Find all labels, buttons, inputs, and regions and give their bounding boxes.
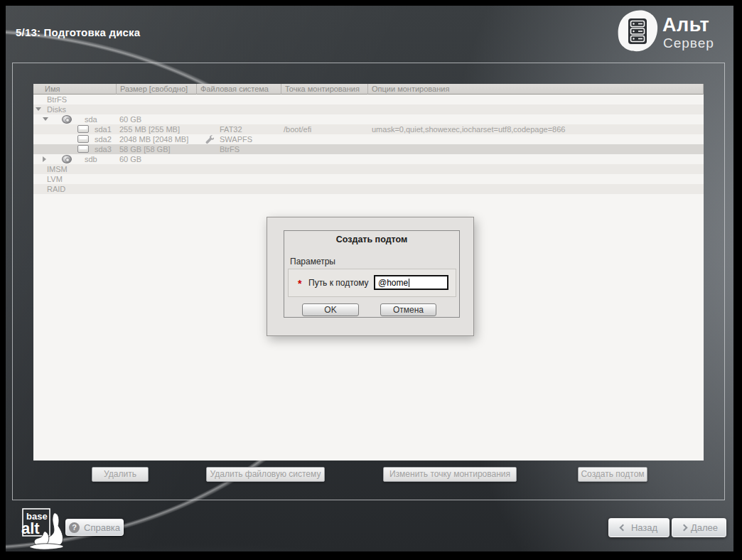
parameters-group-label: Параметры	[290, 257, 335, 266]
table-row[interactable]: sda358 GB [58 GB]BtrFS	[33, 144, 704, 154]
row-size: 58 GB [58 GB]	[119, 144, 171, 154]
format-wrench-icon	[204, 134, 214, 144]
row-size: 60 GB	[119, 114, 141, 124]
page-title: 5/13: Подготовка диска	[16, 26, 140, 38]
create-subvolume-button[interactable]: Создать подтом	[578, 467, 647, 482]
create-subvolume-dialog: Создать подтом Параметры * Путь к подтом…	[267, 217, 474, 336]
row-name: Disks	[47, 104, 66, 114]
row-name: IMSM	[47, 164, 68, 174]
dialog-title: Создать подтом	[284, 235, 459, 244]
column-header: Файловая система	[197, 84, 281, 95]
back-button[interactable]: Назад	[608, 518, 670, 537]
row-size: 60 GB	[119, 154, 141, 164]
row-name: LVM	[47, 174, 63, 184]
tree-collapse-icon[interactable]	[36, 107, 41, 111]
step-indicator: 5/13:	[16, 26, 41, 38]
table-row[interactable]: IMSM	[33, 164, 704, 174]
chevron-left-icon	[619, 524, 626, 532]
alt-server-icon	[617, 10, 658, 53]
row-name: sda2	[95, 134, 112, 144]
row-name: RAID	[47, 184, 65, 194]
dialog-frame: Создать подтом Параметры * Путь к подтом…	[284, 230, 460, 318]
help-button[interactable]: ? Справка	[65, 519, 124, 536]
subvolume-path-label: Путь к подтому	[308, 278, 369, 288]
subvolume-path-input[interactable]: @home	[374, 275, 448, 290]
table-row[interactable]: BtrFS	[33, 95, 704, 104]
brand-name: Альт	[662, 14, 709, 36]
table-row[interactable]: LVM	[33, 174, 704, 184]
row-size: 255 MB [255 MB]	[119, 124, 180, 134]
ok-button[interactable]: OK	[302, 303, 359, 316]
row-size: 2048 MB [2048 MB]	[119, 134, 188, 144]
partition-icon	[77, 135, 89, 143]
delete-filesystem-button[interactable]: Удалить файловую систему	[206, 467, 325, 482]
tree-expand-icon[interactable]	[43, 156, 46, 162]
table-row[interactable]: Disks	[33, 104, 704, 114]
required-asterisk: *	[298, 278, 301, 289]
tree-collapse-icon[interactable]	[43, 117, 48, 121]
table-row[interactable]: RAID	[33, 184, 704, 194]
row-mount-options: umask=0,quiet,showexec,iocharset=utf8,co…	[372, 124, 565, 134]
row-name: sda	[85, 114, 97, 124]
row-filesystem: SWAPFS	[220, 134, 252, 144]
row-name: BtrFS	[47, 95, 67, 104]
disk-table-header: ИмяРазмер [свободно]Файловая системаТочк…	[33, 84, 704, 95]
column-header: Размер [свободно]	[117, 84, 197, 95]
chevron-right-icon	[681, 524, 688, 532]
row-filesystem: FAT32	[220, 124, 242, 134]
row-name: sda1	[95, 124, 112, 134]
cancel-button[interactable]: Отмена	[380, 303, 436, 316]
subvolume-path-value: @home	[378, 278, 408, 288]
delete-button[interactable]: Удалить	[92, 467, 149, 482]
disk-icon	[62, 155, 72, 163]
logo-text-alt: alt	[21, 519, 40, 537]
table-row[interactable]: sda22048 MB [2048 MB]SWAPFS	[33, 134, 704, 144]
brand-logo: Альт Сервер	[617, 10, 731, 54]
partition-icon	[77, 125, 89, 133]
page-title-text: Подготовка диска	[44, 26, 141, 38]
partition-icon	[77, 145, 89, 153]
help-button-label: Справка	[84, 522, 120, 533]
column-header: Имя	[33, 84, 117, 95]
parameters-group: * Путь к подтому @home	[288, 269, 456, 297]
text-cursor	[409, 279, 409, 287]
table-row[interactable]: sda60 GB	[33, 114, 704, 124]
change-mountpoint-button[interactable]: Изменить точку монтирования	[383, 467, 517, 482]
back-button-label: Назад	[631, 522, 657, 533]
column-header: Опции монтирования	[368, 84, 704, 95]
row-mountpoint: /boot/efi	[284, 124, 311, 134]
next-button-label: Далее	[691, 522, 718, 533]
table-row[interactable]: sda1255 MB [255 MB]FAT32/boot/efiumask=0…	[33, 124, 704, 134]
next-button[interactable]: Далее	[672, 518, 726, 537]
row-name: sdb	[85, 154, 97, 164]
installer-screen: 5/13: Подготовка диска Альт Сервер ИмяРа…	[6, 6, 733, 551]
row-name: sda3	[95, 144, 112, 154]
question-icon: ?	[69, 522, 80, 533]
disk-icon	[62, 115, 72, 124]
brand-product: Сервер	[663, 36, 714, 51]
row-filesystem: BtrFS	[220, 144, 240, 154]
table-row[interactable]: sdb60 GB	[33, 154, 704, 164]
column-header: Точка монтирования	[281, 84, 368, 95]
disk-table-body: BtrFSDiskssda60 GBsda1255 MB [255 MB]FAT…	[33, 95, 704, 194]
